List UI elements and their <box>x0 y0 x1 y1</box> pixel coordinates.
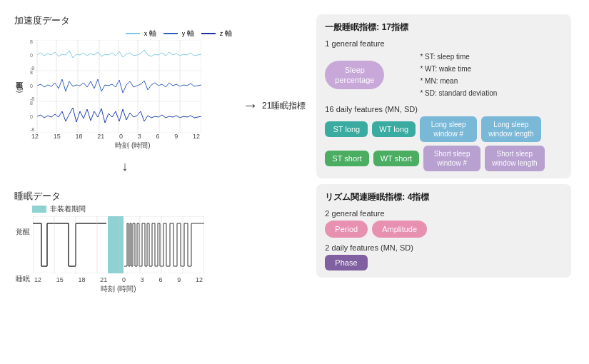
arrow-label: 21睡眠指標 <box>262 100 306 112</box>
st-long-pill: ST long <box>325 121 368 137</box>
legend-label-y: ｙ軸 <box>180 29 194 39</box>
daily-row-1: ST long WT long Long sleep window # Long… <box>325 116 563 142</box>
daily-features-grid: ST long WT long Long sleep window # Long… <box>325 116 563 171</box>
legend-sd: * SD: standard deviation <box>420 87 497 99</box>
nonwearing-box <box>32 206 46 213</box>
left-side: 加速度データ 加速度 (g) ｘ軸 ｙ軸 <box>14 14 236 294</box>
st-short-pill: ST short <box>325 151 368 166</box>
svg-rect-13 <box>37 40 201 70</box>
sleep-section: 睡眠データ 非装着期間 覚醒 睡眠 <box>14 190 236 294</box>
sleep-ylabel-bottom: 睡眠 <box>14 274 30 284</box>
rhythm-daily-section: 2 daily features (MN, SD) Phase <box>325 243 563 271</box>
amplitude-pill: Amplitude <box>372 221 427 238</box>
rhythm-general-label: 2 general feature <box>325 209 563 218</box>
general-feature-row: Sleep percentage * ST: sleep time * WT: … <box>325 51 563 99</box>
legend-notes: * ST: sleep time * WT: wake time * MN: m… <box>420 51 497 99</box>
accel-svg: 8 0 -8 8 0 -8 8 0 -8 <box>30 40 201 133</box>
rhythm-panel-title: リズム関連睡眠指標: 4指標 <box>325 191 563 203</box>
accel-chart-area: 加速度 (g) ｘ軸 ｙ軸 ｚ軸 <box>14 29 236 151</box>
sleep-x-ticks: 12151821036912 <box>33 276 204 283</box>
sleep-chart-area: 覚醒 睡眠 <box>14 216 236 294</box>
legend-st: * ST: sleep time <box>420 51 497 63</box>
accel-title: 加速度データ <box>14 14 236 27</box>
long-window-length-pill: Long sleep window length <box>481 116 540 142</box>
legend-y: ｙ軸 <box>163 29 194 39</box>
rhythm-panel-content: 2 general feature Period Amplitude 2 dai… <box>325 209 563 271</box>
accel-x-unit: 時刻 (時間) <box>30 141 236 151</box>
sleep-title: 睡眠データ <box>14 190 236 203</box>
rhythm-general-section: 2 general feature Period Amplitude <box>325 209 563 238</box>
svg-text:0: 0 <box>30 114 33 119</box>
wt-long-pill: WT long <box>372 121 416 137</box>
long-window-hash-pill: Long sleep window # <box>420 116 477 142</box>
legend-wt: * WT: wake time <box>420 63 497 75</box>
svg-text:8: 8 <box>30 40 33 44</box>
rhythm-panel: リズム関連睡眠指標: 4指標 2 general feature Period … <box>316 184 571 278</box>
accel-legend: ｘ軸 ｙ軸 ｚ軸 <box>30 29 232 39</box>
svg-text:0: 0 <box>30 53 33 58</box>
legend-x: ｘ軸 <box>126 29 156 39</box>
svg-text:8: 8 <box>30 70 33 75</box>
legend-line-x <box>126 33 140 34</box>
daily-features-label: 16 daily features (MN, SD) <box>325 105 563 113</box>
svg-text:8: 8 <box>30 101 33 106</box>
general-panel-title: 一般睡眠指標: 17指標 <box>325 21 563 34</box>
nonwearing-label: 非装着期間 <box>50 204 86 214</box>
daily-row-2: ST short WT short Short sleep window # S… <box>325 146 563 171</box>
svg-rect-15 <box>37 102 201 133</box>
legend-line-y <box>163 33 178 34</box>
rhythm-general-pills: Period Amplitude <box>325 221 563 238</box>
svg-rect-27 <box>108 216 124 273</box>
wt-short-pill: WT short <box>373 151 419 166</box>
general-feature-label: 1 general feature <box>325 39 563 48</box>
main-container: 加速度データ 加速度 (g) ｘ軸 ｙ軸 <box>0 0 589 364</box>
right-side: 一般睡眠指標: 17指標 1 general feature Sleep per… <box>313 14 575 278</box>
svg-rect-14 <box>37 71 201 101</box>
sleep-percentage-pill: Sleep percentage <box>325 61 384 90</box>
svg-text:-8: -8 <box>30 127 34 132</box>
short-window-hash-pill: Short sleep window # <box>423 146 480 171</box>
general-panel: 一般睡眠指標: 17指標 1 general feature Sleep per… <box>316 14 571 178</box>
legend-label-x: ｘ軸 <box>142 29 156 39</box>
sleep-svg <box>33 216 204 273</box>
arrow-row: → 21睡眠指標 <box>243 96 306 115</box>
accel-chart-wrapper: ｘ軸 ｙ軸 ｚ軸 <box>30 29 236 151</box>
accel-x-ticks: 12151821036912 <box>30 133 201 140</box>
rhythm-daily-label: 2 daily features (MN, SD) <box>325 243 563 252</box>
svg-text:0: 0 <box>30 84 33 89</box>
rhythm-daily-pills: Phase <box>325 255 563 271</box>
daily-features-section: 16 daily features (MN, SD) ST long WT lo… <box>325 105 563 171</box>
general-feature-section: 1 general feature Sleep percentage * ST:… <box>325 39 563 99</box>
sleep-x-unit: 時刻 (時間) <box>33 284 204 294</box>
arrow-down: ↓ <box>14 159 236 174</box>
legend-label-z: ｚ軸 <box>218 29 232 39</box>
sleep-ylabel: 覚醒 睡眠 <box>14 227 30 284</box>
accel-section: 加速度データ 加速度 (g) ｘ軸 ｙ軸 <box>14 14 236 151</box>
right-arrow-icon: → <box>243 96 258 115</box>
sleep-ylabel-top: 覚醒 <box>14 227 30 237</box>
general-panel-content: 1 general feature Sleep percentage * ST:… <box>325 39 563 171</box>
arrow-section: → 21睡眠指標 <box>243 14 306 115</box>
legend-z: ｚ軸 <box>201 29 232 39</box>
phase-pill: Phase <box>325 255 367 271</box>
sleep-chart-wrapper: 12151821036912 時刻 (時間) <box>33 216 204 294</box>
short-window-length-pill: Short sleep window length <box>485 146 544 171</box>
legend-line-z <box>201 33 216 34</box>
accel-ylabel: 加速度 (g) <box>14 84 27 95</box>
period-pill: Period <box>325 221 368 238</box>
legend-mn: * MN: mean <box>420 75 497 87</box>
